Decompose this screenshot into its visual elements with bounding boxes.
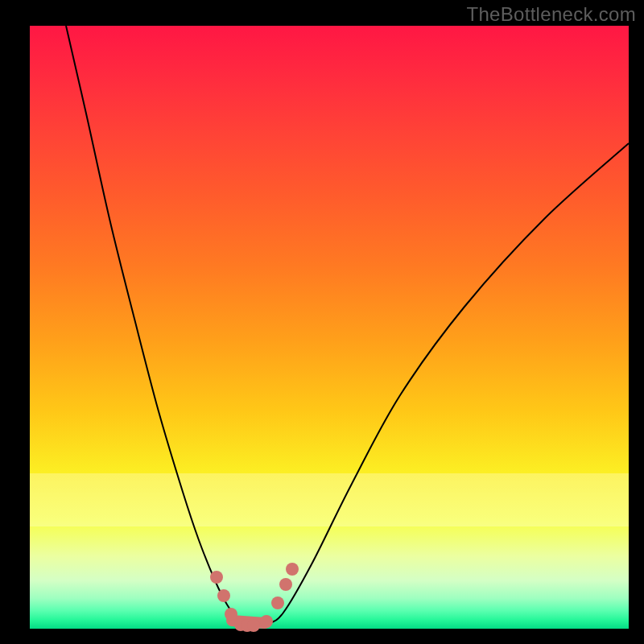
marker-dot <box>271 597 284 609</box>
watermark-text: TheBottleneck.com <box>466 3 636 26</box>
marker-dot <box>286 563 299 576</box>
marker-dot <box>210 571 223 584</box>
marker-dot <box>225 608 237 621</box>
marker-dot <box>260 615 273 628</box>
dots-cluster <box>210 563 299 632</box>
plot-area <box>30 26 629 629</box>
marker-dot <box>279 578 292 591</box>
marker-dot <box>217 589 230 602</box>
v-curve <box>66 26 629 625</box>
marker-dot <box>247 619 260 632</box>
chart-stage: TheBottleneck.com <box>0 0 644 644</box>
curve-svg <box>30 26 629 629</box>
